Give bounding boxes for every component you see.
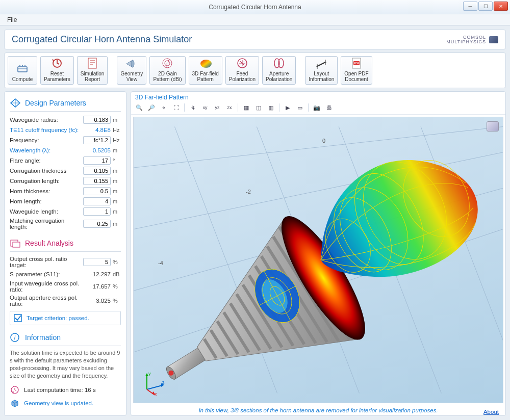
svg-text:PDF: PDF [354, 62, 359, 65]
target-ratio-input[interactable] [83, 258, 111, 266]
svg-point-4 [24, 65, 26, 66]
ribbon-toolbar: Compute Reset Parameters Simulation Repo… [4, 52, 506, 88]
3d-canvas[interactable]: 0 -2 -4 [133, 117, 503, 403]
svg-point-2 [19, 65, 20, 66]
param-frequency: Frequency:Hz [10, 135, 121, 145]
last-computation-row: ? Last computation time: 16 s [10, 383, 121, 397]
print-button[interactable]: 🖶 [324, 103, 334, 112]
simulation-report-button[interactable]: Simulation Report [77, 56, 108, 85]
frequency-input[interactable] [83, 136, 111, 144]
result-target: Output cross pol. ratio target:% [10, 255, 121, 269]
view-cube-icon[interactable] [487, 121, 499, 132]
brand-icon [489, 36, 498, 43]
parameters-panel: Design Parameters Waveguide radius:m TE1… [4, 91, 126, 416]
check-icon [13, 313, 22, 323]
zoom-box-button[interactable]: ⌖ [159, 103, 169, 112]
default-view-button[interactable]: ↯ [188, 103, 198, 112]
zoom-in-button[interactable]: 🔍 [134, 103, 144, 112]
3d-farfield-button[interactable]: 3D Far-field Pattern [189, 56, 222, 85]
window-close-button[interactable]: ✕ [494, 2, 508, 11]
window-maximize-button[interactable]: ☐ [478, 2, 493, 11]
snapshot-button[interactable]: 📷 [312, 103, 322, 112]
grid-button[interactable]: ▦ [241, 103, 251, 112]
farfield-render [134, 117, 503, 403]
2d-gain-pattern-button[interactable]: 2D Gain Pattern (dBi) [149, 56, 185, 85]
svg-text:y: y [148, 371, 151, 376]
geometry-updated-row: Geometry view is updated. [10, 397, 121, 410]
polar-plot-icon [161, 57, 173, 69]
flare-angle-input[interactable] [83, 156, 111, 165]
param-horn-thickness: Horn thickness:m [10, 186, 121, 196]
viewer-panel: 3D Far-field Pattern 🔍 🔎 ⌖ ⛶ ↯ xy yz zx … [131, 91, 506, 416]
svg-text:?: ? [12, 390, 14, 395]
app-header: Corrugated Circular Horn Antenna Simulat… [4, 30, 506, 49]
viewer-title: 3D Far-field Pattern [131, 92, 505, 102]
param-waveguide-radius: Waveguide radius:m [10, 115, 121, 125]
svg-rect-6 [88, 58, 96, 68]
corrugation-length-input[interactable] [83, 177, 111, 185]
xy-view-button[interactable]: xy [200, 103, 210, 112]
matching-corrugation-input[interactable] [83, 220, 111, 228]
result-s11: S-parameter (S11):-12.297dB [10, 269, 121, 279]
svg-line-27 [134, 127, 503, 168]
param-corrugation-thickness: Corrugation thicknessm [10, 166, 121, 176]
clock-icon: ? [10, 385, 20, 395]
compute-button[interactable]: Compute [8, 56, 37, 85]
reset-parameters-button[interactable]: Reset Parameters [40, 56, 74, 85]
horn-length-input[interactable] [83, 197, 111, 205]
svg-text:z: z [162, 380, 165, 385]
aperture-pol-icon [273, 57, 285, 69]
svg-point-3 [22, 65, 23, 66]
viewer-toolbar: 🔍 🔎 ⌖ ⛶ ↯ xy yz zx ▦ ◫ ▥ ▶ ▭ 📷 🖶 [131, 102, 505, 115]
yz-view-button[interactable]: yz [212, 103, 222, 112]
waveguide-radius-input[interactable] [83, 116, 111, 124]
result-analysis-heading: Result Analysis [10, 238, 121, 248]
file-menu[interactable]: File [3, 15, 21, 24]
about-link[interactable]: About [483, 409, 499, 415]
svg-rect-21 [13, 242, 20, 247]
svg-rect-0 [18, 67, 27, 72]
information-heading: i Information [10, 332, 121, 343]
info-icon: i [10, 332, 21, 343]
svg-point-13 [200, 60, 212, 68]
aperture-polarization-button[interactable]: Aperture Polarization [262, 56, 296, 85]
axis-triad-icon: y z x [141, 370, 166, 396]
svg-line-67 [147, 385, 162, 389]
param-flare-angle: Flare angle:° [10, 155, 121, 166]
horn-thickness-input[interactable] [83, 187, 111, 195]
zoom-extents-button[interactable]: ⛶ [171, 103, 181, 112]
transparency-button[interactable]: ▥ [266, 103, 276, 112]
reset-icon [51, 57, 63, 69]
select-button[interactable]: ▭ [295, 103, 305, 112]
play-button[interactable]: ▶ [283, 103, 293, 112]
target-passed-banner: Target criterion: passed. [10, 311, 121, 325]
svg-point-10 [131, 60, 134, 67]
feed-polarization-button[interactable]: Feed Polarization [225, 56, 259, 85]
menu-bar: File [0, 14, 510, 25]
waveguide-length-input[interactable] [83, 207, 111, 216]
param-wavelength: Wavelength (λ):0.5205m [10, 145, 121, 155]
geometry-view-button[interactable]: Geometry View [117, 56, 146, 85]
pdf-icon: PDF [350, 57, 363, 69]
param-waveguide-length: Waveguide length:m [10, 206, 121, 217]
farfield-icon [199, 58, 212, 69]
param-corrugation-length: Corrugation length:m [10, 176, 121, 186]
result-output-crosspol: Output aperture cross pol. ratio:3.025% [10, 294, 121, 308]
param-horn-length: Horn length:m [10, 196, 121, 206]
layout-info-button[interactable]: Layout Information [305, 56, 338, 85]
zoom-out-button[interactable]: 🔎 [146, 103, 157, 112]
corrugation-thickness-input[interactable] [83, 167, 111, 175]
result-input-crosspol: Input waveguide cross pol. ratio:17.657% [10, 279, 121, 294]
svg-text:x: x [155, 391, 157, 396]
app-title: Corrugated Circular Horn Antenna Simulat… [12, 34, 192, 45]
geometry-icon [125, 58, 138, 69]
window-titlebar: Corrugated Circular Horn Antenna ─ ☐ ✕ [0, 0, 510, 14]
scene-light-button[interactable]: ◫ [253, 103, 264, 112]
param-te11-cutoff: TE11 cutoff frequency (fc):4.8E8Hz [10, 125, 121, 135]
open-pdf-button[interactable]: PDF Open PDF Document [341, 56, 372, 85]
compute-icon [16, 63, 29, 75]
zx-view-button[interactable]: zx [224, 103, 235, 112]
design-parameters-heading: Design Parameters [10, 98, 121, 108]
window-minimize-button[interactable]: ─ [463, 2, 477, 11]
svg-text:i: i [14, 334, 16, 341]
